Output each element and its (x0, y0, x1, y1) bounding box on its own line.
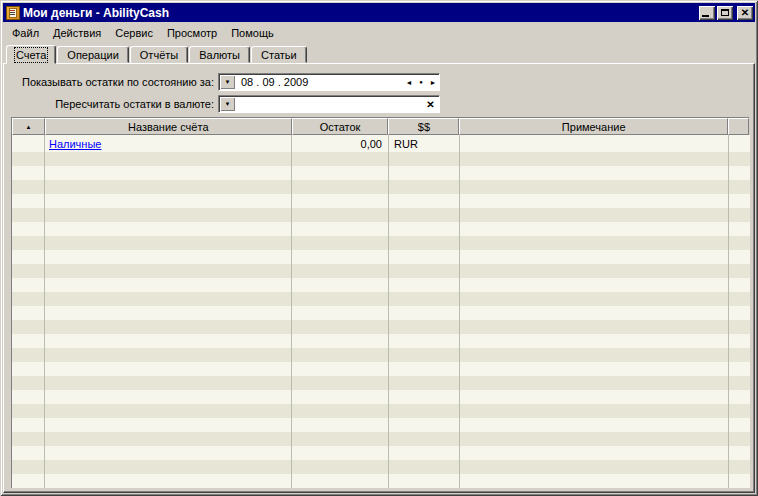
header-account-name[interactable]: Название счёта (45, 118, 292, 135)
header-filler (728, 118, 749, 135)
header-currency[interactable]: $$ (388, 118, 459, 135)
menu-help[interactable]: Помощь (224, 24, 281, 42)
arrow-right-icon: ► (430, 79, 437, 86)
menu-file[interactable]: Файл (5, 24, 46, 42)
tab-categories[interactable]: Статьи (251, 46, 307, 63)
row-account-name-cell: Наличные (45, 135, 292, 152)
currency-dropdown-button[interactable]: ▼ (220, 97, 235, 111)
date-filter-label: Показывать остатки по состоянию за: (12, 76, 218, 88)
row-balance-cell: 0,00 (292, 135, 389, 152)
currency-filter-label: Пересчитать остатки в валюте: (12, 98, 218, 110)
menu-service[interactable]: Сервис (108, 24, 160, 42)
header-note[interactable]: Примечание (459, 118, 728, 135)
close-icon: ✕ (741, 8, 749, 18)
arrow-left-icon: ◄ (406, 79, 413, 86)
table-row[interactable]: Наличные 0,00 RUR (12, 135, 750, 152)
date-next-button[interactable]: ► (427, 75, 439, 89)
accounts-tab-page: Показывать остатки по состоянию за: ▼ 08… (3, 63, 755, 493)
app-window: Мои деньги - AbilityCash ✕ Файл Действия… (0, 0, 758, 496)
table-header: ▲ Название счёта Остаток $$ Примечание (12, 118, 749, 135)
close-button[interactable]: ✕ (737, 6, 753, 20)
row-filler-cell (729, 135, 750, 152)
window-title: Мои деньги - AbilityCash (23, 5, 699, 20)
dot-icon: ● (419, 79, 423, 85)
table-body: Наличные 0,00 RUR (12, 135, 750, 488)
currency-field[interactable]: ▼ ✕ (218, 95, 440, 113)
minimize-icon (702, 15, 709, 17)
tab-currencies[interactable]: Валюты (189, 46, 250, 63)
menu-bar: Файл Действия Сервис Просмотр Помощь (3, 22, 755, 44)
menu-actions[interactable]: Действия (46, 24, 108, 42)
tab-accounts[interactable]: Счета (6, 45, 56, 64)
tab-operations[interactable]: Операции (57, 46, 128, 63)
menu-view[interactable]: Просмотр (160, 24, 224, 42)
maximize-button[interactable] (717, 6, 733, 20)
chevron-down-icon: ▼ (225, 79, 231, 85)
chevron-down-icon: ▼ (225, 101, 231, 107)
date-value[interactable]: 08 . 09 . 2009 (235, 76, 403, 88)
tab-reports[interactable]: Отчёты (130, 46, 188, 63)
empty-rows-stripes (12, 152, 750, 488)
row-note-cell (460, 135, 729, 152)
sort-asc-icon: ▲ (26, 124, 32, 130)
currency-clear-button[interactable]: ✕ (423, 97, 438, 111)
date-prev-button[interactable]: ◄ (403, 75, 415, 89)
row-sort-cell (12, 135, 45, 152)
account-link[interactable]: Наличные (49, 138, 101, 150)
date-filter-row: Показывать остатки по состоянию за: ▼ 08… (12, 73, 754, 91)
currency-filter-row: Пересчитать остатки в валюте: ▼ ✕ (12, 95, 754, 113)
date-field[interactable]: ▼ 08 . 09 . 2009 ◄ ● ► (218, 73, 440, 91)
tab-strip: Счета Операции Отчёты Валюты Статьи (3, 44, 755, 63)
accounts-table: ▲ Название счёта Остаток $$ Примечание Н… (11, 117, 749, 488)
row-currency-cell: RUR (389, 135, 460, 152)
header-sort-column[interactable]: ▲ (12, 118, 45, 135)
title-bar[interactable]: Мои деньги - AbilityCash ✕ (3, 3, 755, 22)
clear-icon: ✕ (426, 99, 434, 110)
minimize-button[interactable] (699, 6, 715, 20)
app-icon (6, 6, 20, 20)
header-balance[interactable]: Остаток (292, 118, 389, 135)
date-today-button[interactable]: ● (415, 75, 427, 89)
date-dropdown-button[interactable]: ▼ (220, 75, 235, 89)
maximize-icon (721, 9, 729, 16)
